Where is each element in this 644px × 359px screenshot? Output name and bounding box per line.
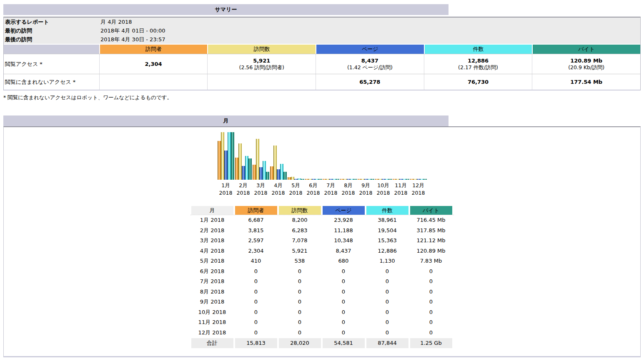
chart-bar xyxy=(385,179,388,180)
data-cell: 0 xyxy=(409,287,453,297)
header-cell: 87,844 xyxy=(366,338,409,348)
data-cell: 8,200 xyxy=(278,215,322,226)
header-cell: 月 xyxy=(190,206,234,215)
chart-bar xyxy=(228,132,231,180)
header-cell: 15,813 xyxy=(234,338,278,348)
viewed-traffic-row: 閲覧アクセス * 2,304 5,921 (2.56 訪問/訪問者) 8,437… xyxy=(4,54,640,74)
bar-group xyxy=(235,143,252,180)
chart-bar xyxy=(343,179,347,180)
data-cell: 0 xyxy=(234,297,278,307)
x-axis-label: 8月2018 xyxy=(340,182,357,197)
chart-bar xyxy=(248,158,252,180)
data-cell: 0 xyxy=(366,266,409,277)
chart-bar xyxy=(336,179,339,180)
chart-bar xyxy=(291,177,294,180)
header-cell: 28,020 xyxy=(278,338,322,348)
chart-bar xyxy=(288,177,291,180)
data-cell: 0 xyxy=(234,328,278,338)
chart-bar xyxy=(238,143,242,180)
viewed-bytes-cell: 120.89 Mb (20.9 Kb/訪問) xyxy=(532,54,640,74)
last-visit-row: 最後の訪問 2018年 4月 30日 - 23:57 xyxy=(4,35,640,44)
chart-bar xyxy=(350,179,353,180)
chart-bar xyxy=(396,179,399,180)
bar-group xyxy=(305,179,322,180)
header-cell: ページ xyxy=(322,206,366,215)
month-row: 2月 20183,8156,28311,18819,504317.85 Mb xyxy=(190,226,454,236)
data-cell: 15,363 xyxy=(366,236,409,246)
visits-column-header: 訪問数 xyxy=(208,45,316,54)
chart-bar xyxy=(420,179,423,180)
last-visit-value: 2018年 4月 30日 - 23:57 xyxy=(99,35,640,44)
data-cell: 0 xyxy=(278,266,322,277)
chart-bar xyxy=(323,179,326,180)
month-row: 4月 20182,3045,9218,43712,886120.89 Mb xyxy=(190,246,454,256)
chart-bar xyxy=(393,179,396,180)
header-cell: 1.25 Gb xyxy=(409,338,453,348)
data-cell: 5月 2018 xyxy=(190,256,234,266)
chart-bar xyxy=(312,179,315,180)
first-visit-row: 最初の訪問 2018年 4月 01日 - 00:00 xyxy=(4,26,640,35)
bar-group xyxy=(340,179,357,180)
data-cell: 9月 2018 xyxy=(190,297,234,307)
month-row: 12月 201800000 xyxy=(190,328,454,338)
month-row: 5月 20184105386801,1307.83 Mb xyxy=(190,256,454,266)
data-cell: 2,304 xyxy=(234,246,278,256)
month-row: 11月 201800000 xyxy=(190,317,454,328)
month-section: 1月20182月20183月20184月20185月20186月20187月20… xyxy=(3,126,641,357)
chart-bar xyxy=(245,156,248,180)
data-cell: 6,283 xyxy=(278,226,322,236)
viewed-hits-cell: 12,886 (2.17 件数/訪問) xyxy=(424,54,532,74)
data-cell: 2月 2018 xyxy=(190,226,234,236)
data-cell: 680 xyxy=(322,256,366,266)
data-cell: 0 xyxy=(322,266,366,277)
chart-bar xyxy=(413,179,417,180)
x-axis-label: 2月2018 xyxy=(235,182,252,197)
x-axis-label: 12月2018 xyxy=(410,182,427,197)
chart-bar xyxy=(329,179,333,180)
data-cell: 0 xyxy=(409,266,453,277)
data-cell: 19,504 xyxy=(366,226,409,236)
data-cell: 3月 2018 xyxy=(190,236,234,246)
data-cell: 0 xyxy=(409,297,453,307)
data-cell: 0 xyxy=(366,287,409,297)
data-cell: 12月 2018 xyxy=(190,328,234,338)
data-cell: 0 xyxy=(278,317,322,328)
chart-bar xyxy=(256,139,259,180)
data-cell: 0 xyxy=(409,307,453,318)
chart-bar xyxy=(318,179,322,180)
not-viewed-hits-cell: 76,730 xyxy=(424,74,532,90)
chart-bar xyxy=(358,179,361,180)
bar-group xyxy=(322,179,340,180)
month-row: 8月 201800000 xyxy=(190,287,454,297)
chart-bar xyxy=(403,179,406,180)
data-cell: 8,437 xyxy=(322,246,366,256)
corner-cell xyxy=(4,45,99,54)
data-cell: 7,078 xyxy=(278,236,322,246)
viewed-traffic-label: 閲覧アクセス * xyxy=(4,54,99,74)
chart-bar xyxy=(224,151,228,180)
bar-group xyxy=(270,146,287,180)
chart-bar xyxy=(259,167,263,180)
data-cell: 0 xyxy=(322,328,366,338)
chart-bar xyxy=(305,179,308,180)
header-cell: 訪問数 xyxy=(278,206,322,215)
bar-group xyxy=(357,179,375,180)
summary-section-title: サマリー xyxy=(3,4,449,15)
monthly-table-header: 月訪問者訪問数ページ件数バイト xyxy=(190,206,454,215)
chart-bar xyxy=(235,158,238,180)
data-cell: 0 xyxy=(322,307,366,318)
data-cell: 38,961 xyxy=(366,215,409,226)
header-cell: 訪問者 xyxy=(234,206,278,215)
x-axis-label: 9月2018 xyxy=(357,182,375,197)
data-cell: 0 xyxy=(409,317,453,328)
first-visit-value: 2018年 4月 01日 - 00:00 xyxy=(99,26,640,35)
data-cell: 0 xyxy=(278,297,322,307)
x-axis-label: 7月2018 xyxy=(322,182,340,197)
x-axis-label: 6月2018 xyxy=(305,182,322,197)
data-cell: 0 xyxy=(322,276,366,287)
chart-bar xyxy=(417,179,420,180)
data-cell: 0 xyxy=(234,276,278,287)
chart-bar xyxy=(326,179,329,180)
data-cell: 7.83 Mb xyxy=(409,256,453,266)
data-cell: 0 xyxy=(322,317,366,328)
